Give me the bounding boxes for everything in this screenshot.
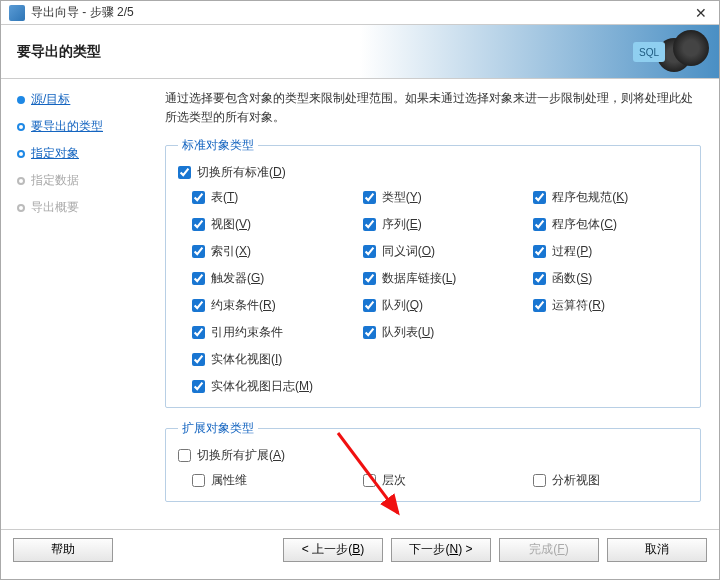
step-label: 指定对象: [31, 145, 79, 162]
ext-item-1[interactable]: 层次: [363, 472, 518, 489]
step-label: 导出概要: [31, 199, 79, 216]
standard-types-group: 标准对象类型 切换所有标准(D) 表(T)类型(Y)程序包规范(K)视图(V)序…: [165, 137, 701, 408]
std-item-8[interactable]: 过程(P): [533, 243, 688, 260]
std-item-10[interactable]: 数据库链接(L): [363, 270, 518, 287]
toggle-all-extended[interactable]: 切换所有扩展(A): [178, 447, 688, 464]
standard-legend: 标准对象类型: [178, 137, 258, 154]
std-item-15[interactable]: 引用约束条件: [192, 324, 347, 341]
std-item-0[interactable]: 表(T): [192, 189, 347, 206]
banner-graphic: SQL: [629, 30, 709, 74]
std-item-14[interactable]: 运算符(R): [533, 297, 688, 314]
step-objects[interactable]: 指定对象: [9, 145, 153, 162]
ext-item-0[interactable]: 属性维: [192, 472, 347, 489]
std-item-7[interactable]: 同义词(O): [363, 243, 518, 260]
std-item-11[interactable]: 函数(S): [533, 270, 688, 287]
description: 通过选择要包含对象的类型来限制处理范围。如果未通过选择对象来进一步限制处理，则将…: [165, 89, 701, 127]
sidebar: 源/目标要导出的类型指定对象指定数据导出概要: [1, 79, 161, 529]
std-item-2[interactable]: 程序包规范(K): [533, 189, 688, 206]
step-summary: 导出概要: [9, 199, 153, 216]
std-item-21[interactable]: 实体化视图日志(M): [192, 378, 347, 395]
back-button[interactable]: < 上一步(B): [283, 538, 383, 562]
extended-types-group: 扩展对象类型 切换所有扩展(A) 属性维层次分析视图: [165, 420, 701, 502]
next-button[interactable]: 下一步(N) >: [391, 538, 491, 562]
std-item-6[interactable]: 索引(X): [192, 243, 347, 260]
close-icon[interactable]: ✕: [691, 5, 711, 21]
step-dot: [17, 96, 25, 104]
app-icon: [9, 5, 25, 21]
window-title: 导出向导 - 步骤 2/5: [31, 4, 691, 21]
step-dot: [17, 150, 25, 158]
step-label: 源/目标: [31, 91, 70, 108]
toggle-all-standard[interactable]: 切换所有标准(D): [178, 164, 688, 181]
extended-legend: 扩展对象类型: [178, 420, 258, 437]
std-item-5[interactable]: 程序包体(C): [533, 216, 688, 233]
help-button[interactable]: 帮助: [13, 538, 113, 562]
footer: 帮助 < 上一步(B) 下一步(N) > 完成(F) 取消: [1, 529, 719, 569]
std-item-16[interactable]: 队列表(U): [363, 324, 518, 341]
std-item-4[interactable]: 序列(E): [363, 216, 518, 233]
step-src[interactable]: 源/目标: [9, 91, 153, 108]
std-item-3[interactable]: 视图(V): [192, 216, 347, 233]
step-dot: [17, 123, 25, 131]
step-label: 指定数据: [31, 172, 79, 189]
step-dot: [17, 177, 25, 185]
cancel-button[interactable]: 取消: [607, 538, 707, 562]
page-title: 要导出的类型: [17, 43, 101, 61]
finish-button: 完成(F): [499, 538, 599, 562]
step-label: 要导出的类型: [31, 118, 103, 135]
std-item-12[interactable]: 约束条件(R): [192, 297, 347, 314]
step-data: 指定数据: [9, 172, 153, 189]
banner: 要导出的类型 SQL: [1, 25, 719, 79]
std-item-18[interactable]: 实体化视图(I): [192, 351, 347, 368]
step-types[interactable]: 要导出的类型: [9, 118, 153, 135]
std-item-9[interactable]: 触发器(G): [192, 270, 347, 287]
step-dot: [17, 204, 25, 212]
std-item-13[interactable]: 队列(Q): [363, 297, 518, 314]
std-item-1[interactable]: 类型(Y): [363, 189, 518, 206]
ext-item-2[interactable]: 分析视图: [533, 472, 688, 489]
